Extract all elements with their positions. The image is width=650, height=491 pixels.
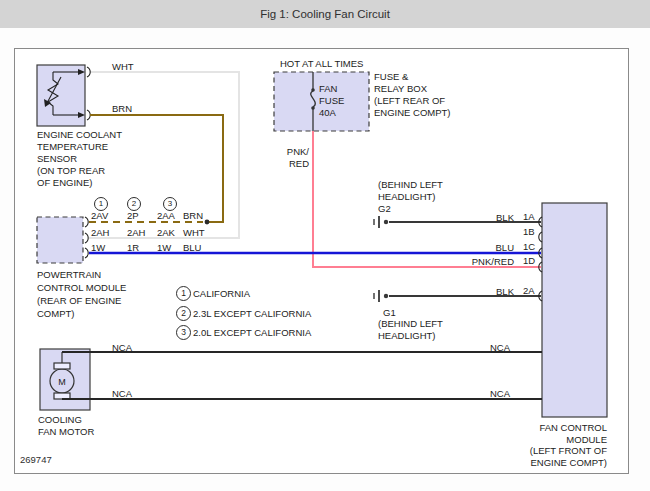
legend-label-3: 2.0L EXCEPT CALIFORNIA — [193, 328, 311, 337]
pcm-pin-label: 2P — [127, 211, 139, 220]
module-pin-label-1a: 1A — [523, 212, 535, 221]
module-wire-label-1d: PNK/RED — [450, 256, 514, 268]
legend-marker-2: 2 — [176, 306, 191, 321]
variant-marker-3: 3 — [163, 197, 177, 211]
pcm-label: POWERTRAIN CONTROL MODULE (REAR OF ENGIN… — [37, 268, 126, 320]
module-wire-label-2a: BLK — [450, 286, 514, 298]
wiring-diagram-page: Fig 1: Cooling Fan Circuit — [0, 0, 650, 491]
pcm-pin-label: 2AV — [91, 211, 108, 220]
fan-control-module-box — [542, 203, 607, 417]
nca-label: NCA — [490, 343, 510, 352]
pcm-pin-label: 1R — [127, 243, 139, 252]
nca-label: NCA — [490, 389, 510, 398]
pcm-pin-label: 2AK — [157, 228, 175, 237]
pcm-row-wire-label: BRN — [183, 211, 203, 220]
pcm-pin-label: 1W — [91, 243, 105, 252]
module-pin-label-1b: 1B — [523, 227, 535, 236]
g2-ground-icon — [374, 216, 388, 228]
hot-at-all-times-label: HOT AT ALL TIMES — [280, 58, 363, 70]
junction-dot — [205, 220, 210, 225]
legend-label-2: 2.3L EXCEPT CALIFORNIA — [193, 309, 311, 318]
motor-symbol-letter: M — [58, 377, 66, 387]
variant-marker-2: 2 — [127, 197, 141, 211]
module-wire-label-1c: BLU — [450, 242, 514, 254]
ref-number: 269747 — [20, 454, 52, 465]
pcm-box — [37, 217, 83, 263]
module-pin-label-1d: 1D — [523, 256, 535, 265]
g1-id-label: G1 — [383, 308, 396, 317]
g1-location-label: (BEHIND LEFT HEADLIGHT) — [378, 318, 443, 342]
sensor-connector-icons — [87, 67, 90, 120]
pcm-pin-label: 1W — [157, 243, 171, 252]
nca-label: NCA — [112, 389, 132, 398]
motor-label: COOLING FAN MOTOR — [38, 414, 94, 438]
fan-control-module-label: FAN CONTROL MODULE (LEFT FRONT OF ENGINE… — [487, 422, 607, 468]
module-wire-label-1a: BLK — [450, 212, 514, 224]
brn-wire-label: BRN — [112, 103, 132, 115]
g2-location-label: (BEHIND LEFT HEADLIGHT) — [378, 179, 443, 203]
legend-marker-3: 3 — [176, 325, 191, 340]
module-pin-label-2a: 2A — [523, 286, 535, 295]
fuse-box-label: FUSE & RELAY BOX (LEFT REAR OF ENGINE CO… — [374, 71, 451, 119]
module-pin-label-1c: 1C — [523, 242, 535, 251]
pcm-pin-label: 2AA — [157, 211, 175, 220]
sensor-label: ENGINE COOLANT TEMPERATURE SENSOR (ON TO… — [37, 129, 122, 189]
nca-label: NCA — [112, 343, 132, 352]
pcm-row-wire-label: WHT — [183, 228, 205, 237]
pcm-row-wire-label: BLU — [183, 243, 201, 252]
legend-label-1: CALIFORNIA — [193, 289, 250, 298]
variant-marker-1: 1 — [94, 197, 108, 211]
g2-id-label: G2 — [378, 204, 391, 213]
pnk-red-wire-label: PNK/ RED — [278, 146, 309, 170]
legend-marker-1: 1 — [176, 286, 191, 301]
wht-wire-label: WHT — [112, 61, 134, 73]
pcm-pin-label: 2AH — [91, 228, 109, 237]
pcm-pin-label: 2AH — [127, 228, 145, 237]
g1-ground-icon — [374, 290, 388, 302]
sensor-box — [37, 65, 85, 126]
fuse-name-label: FAN FUSE 40A — [319, 83, 344, 119]
pcm-connector-icons — [85, 217, 88, 258]
